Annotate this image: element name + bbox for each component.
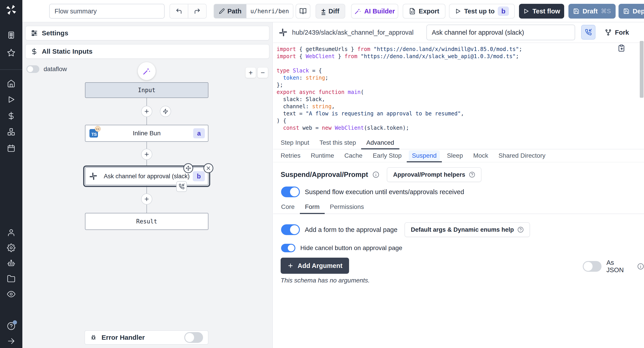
test-flow-label: Test flow (532, 8, 560, 15)
workspace-building-icon[interactable] (7, 31, 16, 39)
hide-cancel-toggle[interactable] (281, 244, 296, 252)
suspend-flow-toggle[interactable] (281, 186, 300, 197)
copy-code-clipboard-icon[interactable] (618, 44, 625, 53)
subtab-runtime[interactable]: Runtime (306, 150, 339, 162)
redo-button[interactable] (188, 4, 206, 18)
resources-cubes-icon[interactable] (7, 128, 16, 136)
draft-shortcut: ⌘S (601, 8, 611, 15)
path-button[interactable]: Path u/henri/ben (214, 4, 294, 18)
subtab-shared-directory[interactable]: Shared Directory (493, 150, 550, 162)
ai-flow-wand-button[interactable] (138, 62, 156, 80)
docs-book-button[interactable] (296, 4, 310, 18)
suspend-indicator-phone-button[interactable] (581, 25, 596, 40)
export-button[interactable]: Export (403, 4, 446, 18)
export-label: Export (419, 8, 440, 15)
flow-summary-input[interactable] (49, 4, 164, 18)
test-up-to-button[interactable]: Test up to b (449, 4, 515, 18)
node-input[interactable]: Input (85, 82, 208, 98)
code-editor[interactable]: import { getResumeUrls } from "https://d… (276, 46, 626, 132)
tab-form[interactable]: Form (300, 200, 325, 214)
add-step-button-2[interactable] (141, 149, 152, 160)
ai-builder-button[interactable]: AI Builder (351, 4, 398, 18)
error-handler-label: Error Handler (102, 334, 145, 341)
test-flow-button[interactable]: Test flow (519, 4, 564, 18)
approval-prompt-helpers-button[interactable]: Approval/Prompt helpers (387, 167, 482, 182)
info-icon[interactable] (637, 263, 644, 270)
schedules-calendar-icon[interactable] (7, 144, 16, 152)
step-header: hub/2439/slack/ask_channel_for_approval … (273, 22, 644, 43)
subtab-suspend[interactable]: Suspend (407, 150, 442, 162)
hide-cancel-label: Hide cancel button on approval page (300, 244, 402, 252)
error-handler-card: Error Handler (84, 330, 208, 345)
fork-button[interactable]: Fork (605, 22, 629, 42)
suspend-section-title: Suspend/Approval/Prompt (281, 171, 368, 179)
runs-play-icon[interactable] (7, 95, 16, 104)
add-argument-button[interactable]: Add Argument (281, 258, 349, 274)
all-static-inputs-button[interactable]: All Static Inputs (25, 44, 270, 59)
step-detail-panel: hub/2439/slack/ask_channel_for_approval … (273, 22, 644, 348)
subtab-retries[interactable]: Retries (276, 150, 306, 162)
diff-label: Diff (328, 8, 339, 15)
flow-settings-button[interactable]: Settings (25, 26, 270, 40)
home-icon[interactable] (7, 79, 16, 88)
slack-icon (90, 172, 97, 180)
settings-label: Settings (42, 29, 68, 37)
test-up-to-step-badge: b (498, 6, 509, 16)
hub-script-path: hub/2439/slack/ask_channel_for_approval (292, 29, 414, 36)
subtab-mock[interactable]: Mock (468, 150, 493, 162)
tab-advanced[interactable]: Advanced (361, 136, 399, 149)
node-inline-bun-badge: a (193, 128, 205, 138)
flow-graph-panel: Settings All Static Inputs dataflow + − (22, 22, 273, 348)
folders-icon[interactable] (7, 274, 16, 283)
help-icon[interactable] (7, 322, 16, 330)
tab-permissions[interactable]: Permissions (325, 200, 369, 214)
move-node-handle[interactable] (183, 163, 193, 173)
step-tabs: Step Input Test this step Advanced (273, 136, 644, 150)
page-scrollbar-thumb[interactable] (640, 41, 644, 98)
workers-robot-icon[interactable] (7, 259, 16, 268)
users-icon[interactable] (7, 228, 16, 237)
path-label: Path (228, 8, 242, 15)
node-inline-bun[interactable]: TS Inline Bun a (85, 125, 208, 142)
subtab-cache[interactable]: Cache (339, 150, 368, 162)
as-json-toggle[interactable] (583, 261, 602, 272)
tab-test-this-step[interactable]: Test this step (314, 136, 361, 149)
step-name-input[interactable] (426, 24, 575, 40)
info-icon[interactable] (372, 171, 379, 178)
undo-button[interactable] (170, 4, 188, 18)
subtab-early-stop[interactable]: Early Stop (368, 150, 407, 162)
add-step-button-1[interactable] (141, 106, 152, 117)
tab-core[interactable]: Core (276, 200, 300, 214)
favorites-star-icon[interactable] (7, 48, 16, 57)
zoom-in-button[interactable]: + (246, 68, 256, 78)
diff-icon: ± (322, 8, 326, 15)
dataflow-toggle[interactable] (26, 65, 39, 73)
delete-node-button[interactable] (204, 163, 213, 173)
question-circle-icon (469, 172, 475, 178)
left-sidebar (0, 0, 22, 348)
windmill-flow-editor: Path u/henri/ben ± Diff AI Builder (0, 0, 644, 348)
settings-gear-icon[interactable] (7, 244, 16, 252)
add-trigger-bolt-button[interactable] (160, 106, 171, 117)
as-json-label: As JSON (606, 259, 632, 274)
windmill-logo-icon[interactable] (5, 4, 17, 16)
question-circle-icon (518, 226, 524, 233)
draft-button[interactable]: Draft ⌘S (568, 4, 616, 18)
variables-dollar-icon[interactable] (7, 112, 16, 120)
empty-schema-note: This schema has no arguments. (281, 277, 370, 284)
subtab-sleep[interactable]: Sleep (442, 150, 468, 162)
audit-eye-icon[interactable] (7, 290, 16, 298)
test-up-to-label: Test up to (464, 8, 495, 15)
zoom-out-button[interactable]: − (258, 68, 268, 78)
path-label-segment: Path (214, 4, 246, 18)
expand-sidebar-arrow-icon[interactable] (7, 337, 16, 345)
add-step-button-3[interactable] (141, 194, 152, 205)
add-form-toggle[interactable] (281, 224, 300, 235)
node-result[interactable]: Result (85, 213, 208, 230)
default-args-help-button[interactable]: Default args & Dynamic enums help (404, 222, 530, 237)
bun-icon (95, 126, 100, 132)
tab-step-input[interactable]: Step Input (276, 136, 314, 149)
deploy-button[interactable]: Deploy (618, 4, 644, 18)
error-handler-toggle[interactable] (184, 332, 203, 343)
diff-button[interactable]: ± Diff (316, 4, 345, 18)
